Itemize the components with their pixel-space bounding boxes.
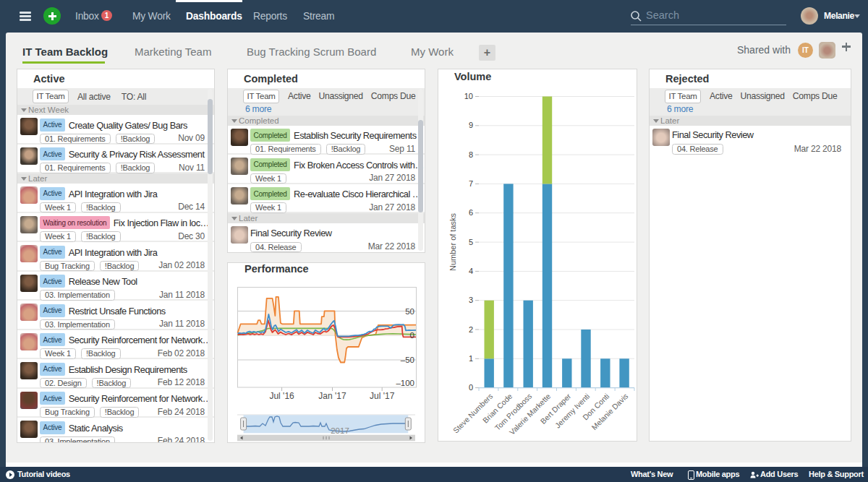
svg-text:6: 6 bbox=[469, 208, 473, 217]
svg-text:5: 5 bbox=[469, 238, 473, 246]
svg-text:0: 0 bbox=[469, 383, 473, 392]
svg-text:2017: 2017 bbox=[331, 426, 349, 435]
svg-text:Jan '17: Jan '17 bbox=[318, 391, 346, 401]
svg-text:8: 8 bbox=[469, 150, 473, 159]
svg-text:Jul '16: Jul '16 bbox=[269, 391, 294, 401]
svg-text:0: 0 bbox=[410, 331, 414, 340]
svg-text:Number of tasks: Number of tasks bbox=[448, 212, 457, 271]
svg-text:3: 3 bbox=[469, 296, 473, 304]
svg-text:–100: –100 bbox=[396, 379, 414, 387]
svg-text:4: 4 bbox=[469, 267, 473, 275]
svg-text:7: 7 bbox=[469, 179, 473, 188]
svg-text:50: 50 bbox=[405, 307, 414, 316]
svg-text:Jul '17: Jul '17 bbox=[370, 391, 395, 401]
svg-text:1: 1 bbox=[469, 354, 473, 363]
svg-text:2: 2 bbox=[469, 325, 473, 334]
svg-text:–50: –50 bbox=[401, 356, 414, 364]
svg-text:10: 10 bbox=[464, 92, 473, 100]
svg-text:9: 9 bbox=[469, 121, 473, 129]
